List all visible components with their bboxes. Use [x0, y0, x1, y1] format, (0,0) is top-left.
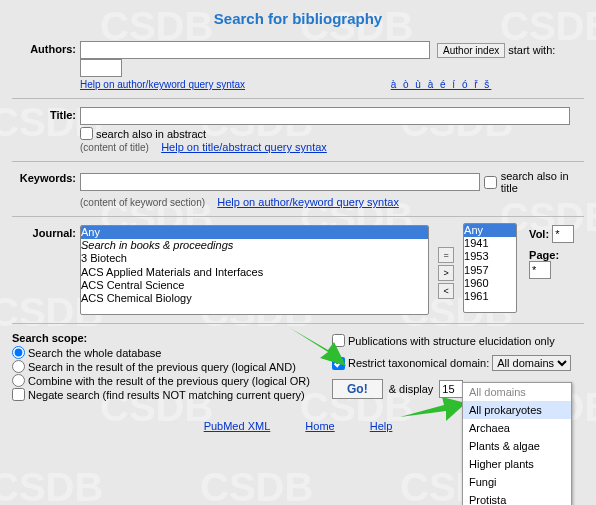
- journal-option[interactable]: ACS Chemical Biology: [81, 292, 428, 305]
- negate-label: Negate search (find results NOT matching…: [28, 389, 305, 401]
- vol-input[interactable]: [552, 225, 574, 243]
- authors-label: Authors:: [12, 41, 80, 55]
- also-title-checkbox[interactable]: [484, 176, 497, 189]
- year-option[interactable]: 1960: [464, 277, 516, 290]
- scope-whole-db-radio[interactable]: [12, 346, 25, 359]
- accent-chars[interactable]: à ò ù à é í ó ř š: [391, 79, 492, 90]
- struct-elucidation-checkbox[interactable]: [332, 334, 345, 347]
- title-hint: (content of title): [80, 142, 149, 153]
- year-lt-button[interactable]: <: [438, 283, 454, 299]
- year-select[interactable]: Any 1941 1953 1957 1960 1961: [463, 223, 517, 313]
- domain-option[interactable]: All prokaryotes: [463, 401, 571, 419]
- page-input[interactable]: [529, 261, 551, 279]
- keywords-help-link[interactable]: Help on author/keyword query syntax: [217, 196, 399, 208]
- domain-option[interactable]: Plants & algae: [463, 437, 571, 455]
- abstract-checkbox[interactable]: [80, 127, 93, 140]
- year-option[interactable]: 1941: [464, 237, 516, 250]
- title-label: Title:: [12, 107, 80, 121]
- vol-label: Vol:: [529, 228, 549, 240]
- display-label: & display: [389, 383, 434, 395]
- divider: [12, 216, 584, 217]
- restrict-domain-label: Restrict taxonomical domain:: [348, 357, 489, 369]
- watermark-text: CSDB: [200, 465, 313, 505]
- abstract-checkbox-label: search also in abstract: [96, 128, 206, 140]
- scope-prev-and-radio[interactable]: [12, 360, 25, 373]
- also-title-label: search also in title: [501, 170, 584, 194]
- journal-option[interactable]: ACS Applied Materials and Interfaces: [81, 266, 428, 279]
- year-option[interactable]: Any: [464, 224, 516, 237]
- divider: [12, 323, 584, 324]
- keywords-label: Keywords:: [12, 170, 80, 184]
- scope-whole-db-label: Search the whole database: [28, 347, 161, 359]
- year-gt-button[interactable]: >: [438, 265, 454, 281]
- scope-prev-or-radio[interactable]: [12, 374, 25, 387]
- domain-option[interactable]: Protista: [463, 491, 571, 505]
- divider: [12, 98, 584, 99]
- scope-prev-or-label: Combine with the result of the previous …: [28, 375, 310, 387]
- restrict-domain-checkbox[interactable]: [332, 357, 345, 370]
- year-option[interactable]: 1961: [464, 290, 516, 303]
- journal-option[interactable]: ACS Central Science: [81, 279, 428, 292]
- start-with-label: start with:: [508, 44, 555, 56]
- journal-option[interactable]: Any: [81, 226, 428, 239]
- pubmed-xml-link[interactable]: PubMed XML: [204, 420, 271, 432]
- watermark-text: CSDB: [0, 465, 103, 505]
- authors-input[interactable]: [80, 41, 430, 59]
- domain-option[interactable]: All domains: [463, 383, 571, 401]
- authors-help-link[interactable]: Help on author/keyword query syntax: [80, 79, 245, 90]
- keywords-hint: (content of keyword section): [80, 197, 205, 208]
- domain-option[interactable]: Higher plants: [463, 455, 571, 473]
- author-index-button[interactable]: Author index: [437, 43, 505, 58]
- year-eq-button[interactable]: =: [438, 247, 454, 263]
- journal-option[interactable]: 3 Biotech: [81, 252, 428, 265]
- title-help-link[interactable]: Help on title/abstract query syntax: [161, 141, 327, 153]
- domain-select[interactable]: All domains: [492, 355, 571, 371]
- page-title: Search for bibliography: [12, 10, 584, 27]
- start-with-input[interactable]: [80, 59, 122, 77]
- year-option[interactable]: 1953: [464, 250, 516, 263]
- keywords-input[interactable]: [80, 173, 480, 191]
- scope-prev-and-label: Search in the result of the previous que…: [28, 361, 296, 373]
- page-label: Page:: [529, 249, 559, 261]
- journal-label: Journal:: [12, 225, 80, 239]
- help-link[interactable]: Help: [370, 420, 393, 432]
- domain-option[interactable]: Archaea: [463, 419, 571, 437]
- domain-option[interactable]: Fungi: [463, 473, 571, 491]
- home-link[interactable]: Home: [305, 420, 334, 432]
- negate-checkbox[interactable]: [12, 388, 25, 401]
- journal-select[interactable]: Any Search in books & proceedings 3 Biot…: [80, 225, 429, 315]
- domain-dropdown-panel: All domains All prokaryotes Archaea Plan…: [462, 382, 572, 505]
- title-input[interactable]: [80, 107, 570, 125]
- year-option[interactable]: 1957: [464, 264, 516, 277]
- scope-title: Search scope:: [12, 332, 322, 344]
- journal-option[interactable]: Search in books & proceedings: [81, 239, 428, 252]
- divider: [12, 161, 584, 162]
- display-count-input[interactable]: [439, 380, 463, 398]
- go-button[interactable]: Go!: [332, 379, 383, 399]
- struct-elucidation-label: Publications with structure elucidation …: [348, 335, 555, 347]
